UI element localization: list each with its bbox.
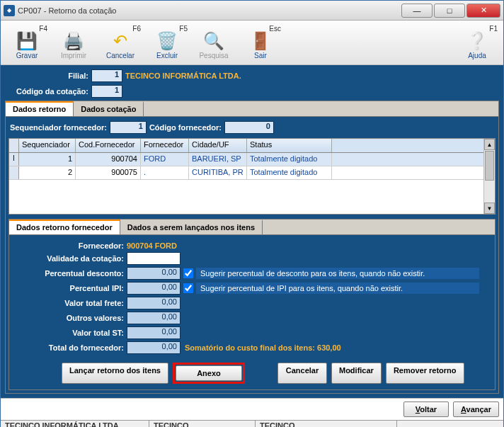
perc-desc-checkbox[interactable] [183,268,193,278]
perc-ipi-checkbox[interactable] [183,283,193,293]
codigo-cotacao-label: Código da cotação: [5,87,88,96]
filial-name: TECINCO INFORMÁTICA LTDA. [125,72,241,80]
tab-dados-retorno[interactable]: Dados retorno [6,101,74,116]
minimize-button[interactable]: — [401,4,433,18]
filial-input[interactable]: 1 [91,69,122,82]
app-icon: ◆ [4,5,15,16]
frete-label: Valor total frete: [13,299,127,307]
gravar-button[interactable]: F4 💾 Gravar [4,23,50,62]
toolbar-label: Ajuda [468,52,486,59]
perc-desc-row: Percentual desconto: 0,00 Sugerir percen… [13,267,491,280]
exit-icon: 🚪 [248,30,273,52]
grid-scrollbar[interactable]: ▲ ▼ [483,139,495,214]
fornecedor-form: Fornecedor: 900704 FORD Validade da cota… [8,234,496,390]
shortcut-key: Esc [269,25,281,33]
toolbar: F4 💾 Gravar 🖨️ Imprimir F6 ↶ Cancelar F5… [1,21,503,65]
validade-label: Validade da cotação: [13,254,127,263]
shortcut-key: F6 [132,25,141,33]
fornecedor-grid[interactable]: Sequenciador Cod.Fornecedor Fornecedor C… [8,138,496,215]
titlebar: ◆ CP007 - Retorno da cotação — □ ✕ [1,1,503,21]
perc-ipi-hint: Sugerir percentual de IPI para os itens,… [196,283,479,294]
status-cell-3: TECINCO [256,421,397,427]
st-row: Valor total ST: 0,00 [13,326,491,339]
ajuda-button[interactable]: F1 ❔ Ajuda [454,23,500,62]
col-sequenciador[interactable]: Sequenciador [19,139,76,152]
seq-row: Sequenciador fornecedor: 1 Código fornec… [8,120,496,138]
scroll-up-icon[interactable]: ▲ [484,139,495,150]
table-row[interactable]: I 1 900704 FORD BARUERI, SP Totalmente d… [9,153,495,166]
imprimir-button: 🖨️ Imprimir [50,23,97,62]
table-row[interactable]: 2 900075 . CURITIBA, PR Totalmente digit… [9,166,495,180]
total-row: Total do fornecedor: 0,00 Somatório do c… [13,341,491,354]
col-fornecedor[interactable]: Fornecedor [141,139,189,152]
perc-desc-label: Percentual desconto: [13,269,127,278]
window-controls: — □ ✕ [400,4,500,18]
toolbar-label: Gravar [16,52,38,59]
modificar-button[interactable]: Modificar [331,363,382,384]
col-status[interactable]: Status [247,139,332,152]
fornecedor-row: Fornecedor: 900704 FORD [13,241,491,250]
codigo-cotacao-row: Código da cotação: 1 [5,85,499,98]
cell-forn: . [141,166,189,179]
shortcut-key: F4 [39,25,47,33]
toolbar-label: Cancelar [106,52,134,59]
cancelar-button[interactable]: Cancelar [277,363,327,384]
remover-retorno-button[interactable]: Remover retorno [386,363,464,384]
maximize-button[interactable]: □ [434,4,465,18]
shortcut-key: F5 [179,25,188,33]
perc-ipi-input[interactable]: 0,00 [127,282,181,295]
main-window: ◆ CP007 - Retorno da cotação — □ ✕ F4 💾 … [0,0,504,427]
nav-row: Voltar Avançar [1,398,503,420]
total-hint: Somatório do custo final dos itens: 630,… [185,343,341,352]
anexo-highlight: Anexo [173,363,245,384]
validade-row: Validade da cotação: [13,252,491,265]
row-indicator [9,166,19,179]
total-input[interactable]: 0,00 [127,341,181,354]
st-label: Valor total ST: [13,329,127,337]
lancar-retorno-button[interactable]: Lançar retorno dos itens [62,363,168,384]
close-button[interactable]: ✕ [466,4,500,18]
search-icon: 🔍 [202,30,226,52]
status-cell-2: TECINCO [149,421,256,427]
cell-cidade: CURITIBA, PR [189,166,247,179]
cell-status: Totalmente digitado [247,153,332,166]
validade-input[interactable] [127,252,181,265]
col-cidade[interactable]: Cidade/UF [189,139,247,152]
retorno-panel: Sequenciador fornecedor: 1 Código fornec… [5,116,499,394]
excluir-button[interactable]: F5 🗑️ Excluir [144,23,190,62]
seq-fornecedor-input[interactable]: 1 [110,121,147,134]
fornecedor-label: Fornecedor: [13,241,127,250]
cell-forn: FORD [141,153,189,166]
toolbar-label: Pesquisa [199,52,228,59]
cancelar-toolbar-button[interactable]: F6 ↶ Cancelar [97,23,144,62]
codigo-cotacao-input[interactable]: 1 [91,85,122,98]
print-icon: 🖨️ [62,30,86,52]
col-cod-fornecedor[interactable]: Cod.Fornecedor [76,139,141,152]
avancar-button[interactable]: Avançar [453,402,499,417]
tab-retorno-fornecedor[interactable]: Dados retorno fornecedor [9,220,120,234]
sair-button[interactable]: Esc 🚪 Sair [237,23,284,62]
cell-status: Totalmente digitado [247,166,332,179]
main-tabs: Dados retorno Dados cotação [5,101,499,116]
form-buttons: Lançar retorno dos itens Anexo Cancelar … [13,361,491,385]
row-indicator-header [9,139,19,152]
status-bar: TECINCO INFORMÁTICA LTDA. TECINCO TECINC… [1,420,503,427]
cell-cod: 900075 [76,166,141,179]
voltar-button[interactable]: Voltar [403,402,449,417]
scroll-down-icon[interactable]: ▼ [484,203,495,214]
perc-desc-input[interactable]: 0,00 [127,267,181,280]
fornecedor-value: 900704 FORD [127,241,177,250]
total-label: Total do fornecedor: [13,343,127,352]
status-cell-1: TECINCO INFORMÁTICA LTDA. [1,421,149,427]
help-icon: ❔ [465,30,489,52]
cod-fornecedor-input[interactable]: 0 [224,121,274,134]
anexo-button[interactable]: Anexo [176,365,242,381]
tab-lancados-itens[interactable]: Dados a serem lançados nos itens [120,220,263,234]
st-input[interactable]: 0,00 [127,326,181,339]
content-area: Filial: 1 TECINCO INFORMÁTICA LTDA. Códi… [1,65,503,398]
frete-input[interactable]: 0,00 [127,297,181,309]
outros-input[interactable]: 0,00 [127,312,181,324]
tab-dados-cotacao[interactable]: Dados cotação [74,101,144,116]
pesquisa-button: 🔍 Pesquisa [190,23,237,62]
scroll-thumb[interactable] [485,151,494,181]
